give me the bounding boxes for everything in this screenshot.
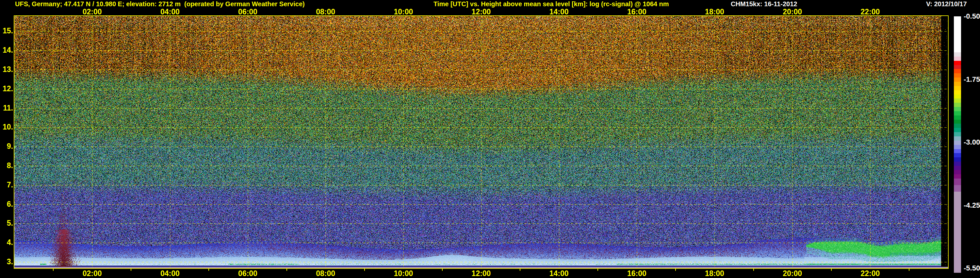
colorbar-step xyxy=(954,94,961,99)
height-tick-label: 12. xyxy=(0,85,13,93)
colorbar-step xyxy=(954,57,961,61)
colorbar-step xyxy=(954,136,961,141)
time-tick-label: 22:00 xyxy=(861,269,880,278)
time-tick-label: 02:00 xyxy=(83,8,102,16)
hour-minor-tick xyxy=(286,268,287,271)
ceilometer-heatmap-canvas xyxy=(14,16,948,268)
hour-minor-tick xyxy=(831,268,832,271)
time-tick-label: 04:00 xyxy=(161,8,180,16)
height-tick-label: 14. xyxy=(0,46,13,54)
colorbar-tick-label: -0.50 xyxy=(964,12,980,21)
colorbar-step xyxy=(954,161,961,166)
height-tick-label: 5. xyxy=(0,219,13,227)
time-tick-label: 06:00 xyxy=(238,269,258,278)
colorbar-step xyxy=(954,61,961,65)
hour-minor-tick xyxy=(208,268,209,271)
height-tick-label: 10. xyxy=(0,123,13,131)
time-tick-label: 10:00 xyxy=(394,269,413,278)
colorbar-step xyxy=(954,111,961,115)
colorbar-step xyxy=(954,78,961,82)
time-tick-label: 20:00 xyxy=(783,269,802,278)
height-tick-label: 7. xyxy=(0,181,13,189)
hour-minor-tick xyxy=(442,268,442,271)
colorbar-step xyxy=(954,120,961,124)
time-tick-label: 14:00 xyxy=(549,269,569,278)
time-tick-label: 14:00 xyxy=(549,8,569,16)
colorbar-tick-label: -5.50 xyxy=(964,264,980,272)
time-tick-label: 06:00 xyxy=(238,8,258,16)
colorbar-step xyxy=(954,124,961,128)
colorbar-step xyxy=(954,179,961,185)
hour-minor-tick xyxy=(598,268,598,271)
colorbar-step xyxy=(954,16,961,52)
height-tick-label: 11. xyxy=(0,104,13,112)
colorbar-step xyxy=(954,86,961,90)
colorbar-tick-label: -4.25 xyxy=(964,201,980,210)
colorbar-step xyxy=(954,128,961,132)
colorbar-step xyxy=(954,65,961,69)
colorbar-step xyxy=(954,170,961,174)
time-tick-label: 02:00 xyxy=(83,269,102,278)
instrument-date-text: CHM15kx: 16-11-2012 xyxy=(731,0,797,8)
height-tick-label: 13. xyxy=(0,65,13,73)
colorbar-step xyxy=(954,132,961,136)
time-tick-label: 04:00 xyxy=(161,269,180,278)
colorbar-step xyxy=(954,145,961,149)
colorbar-step xyxy=(954,115,961,120)
colorbar-step xyxy=(954,103,961,107)
time-tick-label: 18:00 xyxy=(705,8,724,16)
time-tick-label: 18:00 xyxy=(705,269,724,278)
ceilometer-quicklook-screen: UFS, Germany; 47.417 N / 10.980 E; eleva… xyxy=(0,0,980,278)
time-tick-label: 22:00 xyxy=(861,8,880,16)
height-tick-label: 9. xyxy=(0,142,13,150)
hour-minor-tick xyxy=(909,268,910,271)
version-text: V: 2012/10/17 xyxy=(926,0,967,8)
colorbar-step xyxy=(954,166,961,170)
time-tick-label: 12:00 xyxy=(472,269,491,278)
colorbar-step xyxy=(954,153,961,157)
colorbar-step xyxy=(954,141,961,145)
height-tick-label: 8. xyxy=(0,161,13,170)
hour-minor-tick xyxy=(675,268,676,271)
colorbar-step xyxy=(954,90,961,94)
hour-minor-tick xyxy=(364,268,365,271)
time-tick-label: 12:00 xyxy=(472,8,491,16)
colorbar-step xyxy=(954,82,961,86)
colorbar-step xyxy=(954,73,961,78)
hour-minor-tick xyxy=(520,268,520,271)
colorbar-step xyxy=(954,69,961,73)
hour-minor-tick xyxy=(53,268,54,271)
colorbar-step xyxy=(954,174,961,179)
time-tick-label: 16:00 xyxy=(627,269,646,278)
time-tick-label: 10:00 xyxy=(394,8,413,16)
height-tick-label: 6. xyxy=(0,200,13,208)
hour-minor-tick xyxy=(130,268,131,271)
time-tick-label: 08:00 xyxy=(316,269,335,278)
time-tick-label: 08:00 xyxy=(316,8,335,16)
colorbar-step xyxy=(954,192,961,273)
hour-minor-tick xyxy=(753,268,754,271)
height-tick-label: 15. xyxy=(0,27,13,35)
colorbar-step xyxy=(954,99,961,103)
plot-title: Time [UTC] vs. Height above mean sea lev… xyxy=(433,0,669,8)
colorbar-step xyxy=(954,107,961,111)
colorbar-step xyxy=(954,157,961,161)
colorbar-tick-label: -1.75 xyxy=(964,75,980,84)
colorbar-step xyxy=(954,149,961,153)
height-tick-label: 4. xyxy=(0,238,13,247)
colorbar-step xyxy=(954,185,961,192)
height-tick-label: 3. xyxy=(0,257,13,266)
time-tick-label: 16:00 xyxy=(627,8,646,16)
time-tick-label: 20:00 xyxy=(783,8,802,16)
station-info-text: UFS, Germany; 47.417 N / 10.980 E; eleva… xyxy=(15,0,305,8)
colorbar xyxy=(954,16,961,268)
colorbar-tick-label: -3.00 xyxy=(964,138,980,147)
colorbar-step xyxy=(954,52,961,57)
